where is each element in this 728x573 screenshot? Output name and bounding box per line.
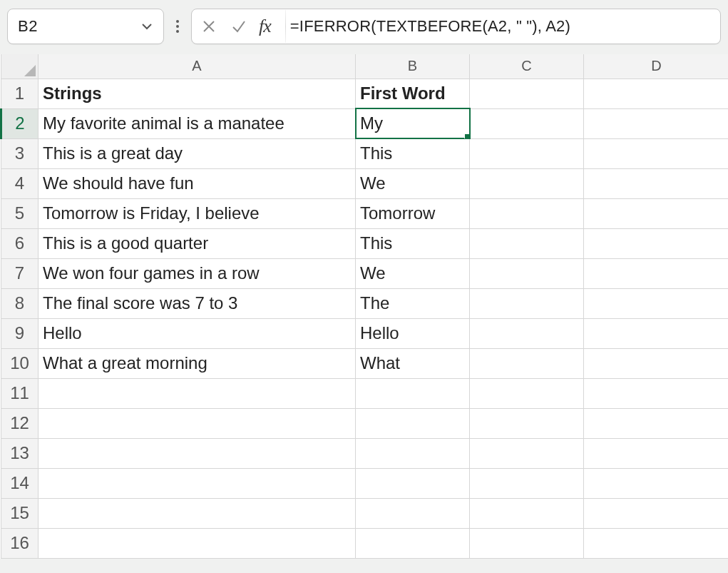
cell[interactable] (356, 378, 470, 408)
cell[interactable] (470, 168, 584, 198)
col-header-d[interactable]: D (584, 54, 729, 78)
formula-input[interactable]: =IFERROR(TEXTBEFORE(A2, " "), A2) (290, 17, 570, 36)
cell[interactable]: We (356, 258, 470, 288)
row-header[interactable]: 10 (1, 348, 39, 378)
fx-icon[interactable]: fx (257, 16, 272, 37)
row-header[interactable]: 16 (1, 528, 39, 558)
chevron-down-icon[interactable] (139, 19, 155, 34)
cell[interactable]: Hello (39, 318, 356, 348)
cell[interactable] (470, 408, 584, 438)
cell[interactable] (584, 468, 729, 498)
cell[interactable]: My (356, 108, 470, 138)
row-header[interactable]: 2 (1, 108, 39, 138)
cell[interactable] (470, 528, 584, 558)
cell[interactable] (356, 468, 470, 498)
cell[interactable] (584, 408, 729, 438)
spreadsheet-grid[interactable]: A B C D 1StringsFirst Word2My favorite a… (0, 54, 728, 559)
cell[interactable] (584, 108, 729, 138)
cell[interactable] (584, 498, 729, 528)
cell[interactable]: We (356, 168, 470, 198)
column-header-row: A B C D (1, 54, 729, 78)
divider (285, 10, 286, 43)
cell[interactable] (356, 498, 470, 528)
cell[interactable] (470, 318, 584, 348)
row-header[interactable]: 8 (1, 288, 39, 318)
cancel-icon[interactable] (198, 15, 220, 38)
cell[interactable] (584, 378, 729, 408)
cell[interactable] (39, 408, 356, 438)
cell[interactable] (584, 348, 729, 378)
cell[interactable] (39, 528, 356, 558)
cell[interactable]: What (356, 348, 470, 378)
cell[interactable] (39, 438, 356, 468)
cell[interactable] (470, 138, 584, 168)
row-header[interactable]: 9 (1, 318, 39, 348)
cell[interactable] (356, 408, 470, 438)
cell[interactable] (470, 378, 584, 408)
cell[interactable]: The final score was 7 to 3 (39, 288, 356, 318)
formula-bar[interactable]: fx =IFERROR(TEXTBEFORE(A2, " "), A2) (191, 9, 721, 44)
cell[interactable]: This is a great day (39, 138, 356, 168)
row-header[interactable]: 14 (1, 468, 39, 498)
cell[interactable] (470, 228, 584, 258)
cell[interactable]: First Word (356, 78, 470, 108)
table-row: 5Tomorrow is Friday, I believeTomorrow (1, 198, 729, 228)
cell[interactable]: My favorite animal is a manatee (39, 108, 356, 138)
cell[interactable] (39, 468, 356, 498)
cell[interactable] (470, 468, 584, 498)
cell[interactable] (470, 348, 584, 378)
cell[interactable] (356, 438, 470, 468)
cell[interactable]: This (356, 138, 470, 168)
row-header[interactable]: 1 (1, 78, 39, 108)
row-header[interactable]: 5 (1, 198, 39, 228)
col-header-c[interactable]: C (470, 54, 584, 78)
cell[interactable]: Strings (39, 78, 356, 108)
kebab-icon[interactable] (171, 12, 184, 41)
row-header[interactable]: 4 (1, 168, 39, 198)
row-header[interactable]: 11 (1, 378, 39, 408)
cell[interactable] (584, 198, 729, 228)
enter-icon[interactable] (227, 15, 250, 38)
cell[interactable] (584, 138, 729, 168)
cell[interactable] (584, 78, 729, 108)
cell[interactable] (584, 228, 729, 258)
row-header[interactable]: 15 (1, 498, 39, 528)
cell[interactable] (39, 498, 356, 528)
cell[interactable] (584, 528, 729, 558)
row-header[interactable]: 13 (1, 438, 39, 468)
cell[interactable] (584, 318, 729, 348)
cell[interactable]: This is a good quarter (39, 228, 356, 258)
cell[interactable] (470, 258, 584, 288)
cell[interactable] (470, 78, 584, 108)
row-header[interactable]: 12 (1, 408, 39, 438)
col-header-b[interactable]: B (356, 54, 470, 78)
cell[interactable] (470, 498, 584, 528)
cell[interactable]: Tomorrow (356, 198, 470, 228)
cell[interactable] (470, 438, 584, 468)
table-row: 14 (1, 468, 729, 498)
table-row: 16 (1, 528, 729, 558)
cell[interactable] (584, 168, 729, 198)
formula-bar-icons: fx (198, 15, 277, 38)
cell[interactable]: This (356, 228, 470, 258)
cell[interactable]: We won four games in a row (39, 258, 356, 288)
cell[interactable] (584, 258, 729, 288)
cell[interactable]: Tomorrow is Friday, I believe (39, 198, 356, 228)
cell[interactable] (470, 108, 584, 138)
col-header-a[interactable]: A (39, 54, 356, 78)
cell[interactable] (470, 288, 584, 318)
cell[interactable] (39, 378, 356, 408)
row-header[interactable]: 7 (1, 258, 39, 288)
cell[interactable] (584, 438, 729, 468)
row-header[interactable]: 6 (1, 228, 39, 258)
row-header[interactable]: 3 (1, 138, 39, 168)
cell[interactable]: Hello (356, 318, 470, 348)
cell[interactable] (356, 528, 470, 558)
cell[interactable]: What a great morning (39, 348, 356, 378)
cell[interactable]: The (356, 288, 470, 318)
cell[interactable] (470, 198, 584, 228)
name-box[interactable]: B2 (7, 9, 164, 44)
select-all-corner[interactable] (1, 54, 39, 78)
cell[interactable]: We should have fun (39, 168, 356, 198)
cell[interactable] (584, 288, 729, 318)
